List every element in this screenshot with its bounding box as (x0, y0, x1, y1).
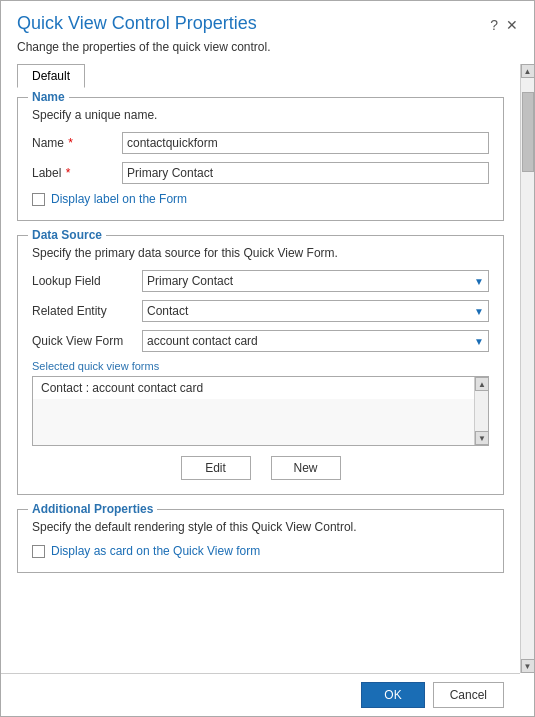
quick-view-form-dropdown[interactable]: account contact card ▼ (142, 330, 489, 352)
dialog-header-icons: ? ✕ (490, 17, 518, 33)
name-section-legend: Name (28, 90, 69, 104)
lookup-field-arrow-icon: ▼ (474, 276, 484, 287)
close-icon[interactable]: ✕ (506, 17, 518, 33)
dialog-footer: OK Cancel (1, 673, 520, 716)
ok-button[interactable]: OK (361, 682, 424, 708)
display-card-checkbox-label: Display as card on the Quick View form (51, 544, 260, 558)
listbox-scrollbar: ▲ ▼ (474, 377, 488, 445)
new-button[interactable]: New (271, 456, 341, 480)
label-label: Label * (32, 166, 122, 180)
additional-properties-section: Additional Properties Specify the defaul… (17, 509, 504, 573)
tab-bar: Default (17, 64, 504, 87)
display-card-checkbox[interactable] (32, 545, 45, 558)
scrollbar-thumb[interactable] (522, 92, 534, 172)
lookup-field-label: Lookup Field (32, 274, 142, 288)
dialog-title: Quick View Control Properties (17, 13, 257, 34)
edit-button[interactable]: Edit (181, 456, 251, 480)
lookup-field-dropdown[interactable]: Primary Contact ▼ (142, 270, 489, 292)
selected-quick-view-label: Selected quick view forms (32, 360, 489, 372)
display-label-checkbox[interactable] (32, 193, 45, 206)
display-label-checkbox-label: Display label on the Form (51, 192, 187, 206)
dialog-title-group: Quick View Control Properties (17, 13, 257, 34)
related-entity-row: Related Entity Contact ▼ (32, 300, 489, 322)
related-entity-arrow-icon: ▼ (474, 306, 484, 317)
name-section: Name Specify a unique name. Name * Label… (17, 97, 504, 221)
data-source-desc: Specify the primary data source for this… (32, 246, 489, 260)
data-source-section: Data Source Specify the primary data sou… (17, 235, 504, 495)
listbox-scroll-up-icon[interactable]: ▲ (475, 377, 489, 391)
tab-default[interactable]: Default (17, 64, 85, 88)
additional-properties-legend: Additional Properties (28, 502, 157, 516)
help-icon[interactable]: ? (490, 17, 498, 33)
additional-properties-desc: Specify the default rendering style of t… (32, 520, 489, 534)
related-entity-dropdown[interactable]: Contact ▼ (142, 300, 489, 322)
scroll-up-icon[interactable]: ▲ (521, 64, 535, 78)
lookup-field-row: Lookup Field Primary Contact ▼ (32, 270, 489, 292)
name-required-star: * (65, 136, 73, 150)
content-area: Default Name Specify a unique name. Name… (1, 64, 520, 673)
display-label-checkbox-row: Display label on the Form (32, 192, 489, 206)
form-button-row: Edit New (32, 456, 489, 480)
dialog-subtitle: Change the properties of the quick view … (1, 40, 534, 64)
dialog-scrollbar[interactable]: ▲ ▼ (520, 64, 534, 673)
label-field-row: Label * (32, 162, 489, 184)
dialog-header: Quick View Control Properties ? ✕ (1, 1, 534, 40)
name-input[interactable] (122, 132, 489, 154)
name-section-desc: Specify a unique name. (32, 108, 489, 122)
name-field-row: Name * (32, 132, 489, 154)
lookup-field-value: Primary Contact (147, 274, 233, 288)
label-required-star: * (62, 166, 70, 180)
name-label: Name * (32, 136, 122, 150)
listbox-scroll-down-icon[interactable]: ▼ (475, 431, 489, 445)
quick-view-form-label: Quick View Form (32, 334, 142, 348)
label-input[interactable] (122, 162, 489, 184)
quick-view-form-arrow-icon: ▼ (474, 336, 484, 347)
display-card-checkbox-row: Display as card on the Quick View form (32, 544, 489, 558)
list-item: Contact : account contact card (33, 377, 488, 399)
data-source-legend: Data Source (28, 228, 106, 242)
related-entity-label: Related Entity (32, 304, 142, 318)
quick-view-form-value: account contact card (147, 334, 258, 348)
selected-forms-listbox[interactable]: Contact : account contact card ▲ ▼ (32, 376, 489, 446)
related-entity-value: Contact (147, 304, 188, 318)
scroll-down-icon[interactable]: ▼ (521, 659, 535, 673)
cancel-button[interactable]: Cancel (433, 682, 504, 708)
dialog: Quick View Control Properties ? ✕ Change… (0, 0, 535, 717)
quick-view-form-row: Quick View Form account contact card ▼ (32, 330, 489, 352)
